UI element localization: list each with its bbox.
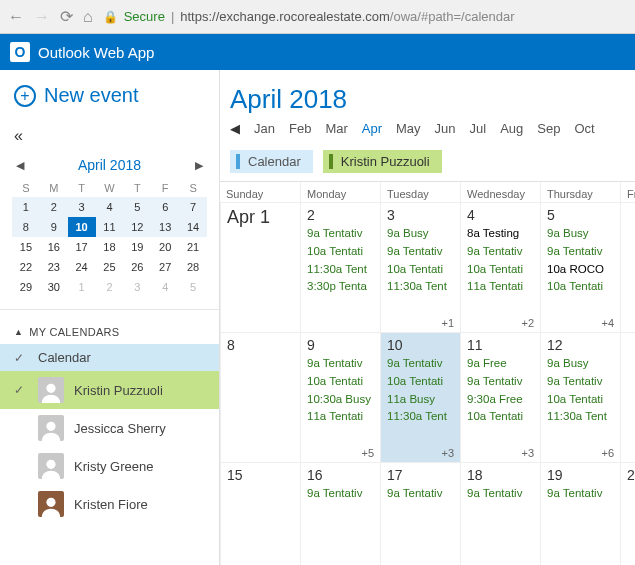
mini-day[interactable]: 19 [123,237,151,257]
event[interactable]: 10a Tentati [307,243,374,261]
mini-day[interactable]: 14 [179,217,207,237]
calendar-cell[interactable]: 2 [620,462,635,565]
mini-day[interactable]: 5 [123,197,151,217]
forward-icon[interactable]: → [34,8,50,26]
calendar-cell[interactable]: Apr 1 [220,202,300,332]
month-link[interactable]: Feb [289,121,311,136]
event[interactable]: 9:30a Free [467,391,534,409]
event[interactable]: 8a Testing [467,225,534,243]
event[interactable]: 10a ROCO [547,261,614,279]
event[interactable]: 11:30a Tent [387,408,454,426]
event[interactable]: 9a Busy [547,225,614,243]
month-link[interactable]: Oct [574,121,594,136]
mini-day[interactable]: 5 [179,277,207,297]
event[interactable]: 9a Tentativ [467,243,534,261]
legend-chip[interactable]: Calendar [230,150,313,173]
back-icon[interactable]: ← [8,8,24,26]
mini-day[interactable]: 16 [40,237,68,257]
event[interactable]: 10a Tentati [547,391,614,409]
mini-next-icon[interactable]: ▶ [195,159,203,172]
mini-day[interactable]: 10 [68,217,96,237]
mini-day[interactable]: 2 [96,277,124,297]
month-link[interactable]: Sep [537,121,560,136]
calendar-item[interactable]: Kristen Fiore [0,485,219,523]
event[interactable]: 10a Tentati [547,278,614,296]
mini-day[interactable]: 20 [151,237,179,257]
event[interactable]: 9a Tentativ [547,243,614,261]
event[interactable]: 9a Tentativ [547,485,614,503]
event[interactable]: 9a Tentativ [307,485,374,503]
mini-day[interactable]: 3 [123,277,151,297]
event[interactable]: 9a Tentativ [307,225,374,243]
event[interactable]: 9a Tentativ [467,373,534,391]
mini-day[interactable]: 6 [151,197,179,217]
event[interactable]: 3:30p Tenta [307,278,374,296]
event[interactable]: 11a Tentati [467,278,534,296]
mini-day[interactable]: 27 [151,257,179,277]
mini-prev-icon[interactable]: ◀ [16,159,24,172]
event[interactable]: 9a Tentativ [387,243,454,261]
mini-day[interactable]: 1 [68,277,96,297]
mini-day[interactable]: 26 [123,257,151,277]
event[interactable]: 10a Tentati [387,261,454,279]
address-bar[interactable]: 🔒 Secure | https://exchange.rocorealesta… [103,9,627,24]
mini-day[interactable]: 4 [96,197,124,217]
calendar-cell[interactable]: 48a Testing9a Tentativ10a Tentati11a Ten… [460,202,540,332]
calendar-cell[interactable]: 119a Free9a Tentativ9:30a Free10a Tentat… [460,332,540,462]
calendar-item[interactable]: Kristy Greene [0,447,219,485]
event[interactable]: 10a Tentati [307,373,374,391]
month-link[interactable]: Jan [254,121,275,136]
calendar-cell[interactable]: 129a Busy9a Tentativ10a Tentati11:30a Te… [540,332,620,462]
more-events[interactable]: +6 [601,447,614,459]
calendar-cell[interactable]: 109a Tentativ10a Tentati11a Busy11:30a T… [380,332,460,462]
month-link[interactable]: May [396,121,421,136]
more-events[interactable]: +2 [521,317,534,329]
mini-day[interactable]: 28 [179,257,207,277]
mini-day[interactable]: 18 [96,237,124,257]
mini-day[interactable]: 8 [12,217,40,237]
event[interactable]: 10:30a Busy [307,391,374,409]
event[interactable]: 9a Tentativ [387,485,454,503]
event[interactable]: 11a Busy [387,391,454,409]
home-icon[interactable]: ⌂ [83,8,93,26]
mini-day[interactable]: 13 [151,217,179,237]
mini-day[interactable]: 17 [68,237,96,257]
mini-day[interactable]: 25 [96,257,124,277]
event[interactable]: 9a Tentativ [467,485,534,503]
event[interactable]: 11:30a Tent [307,261,374,279]
legend-chip[interactable]: Kristin Puzzuoli [323,150,442,173]
collapse-sidebar-icon[interactable]: « [0,121,219,145]
calendar-cell[interactable]: 169a Tentativ [300,462,380,565]
month-link[interactable]: Apr [362,121,382,136]
calendar-cell[interactable]: 29a Tentativ10a Tentati11:30a Tent3:30p … [300,202,380,332]
calendar-cell[interactable]: 39a Busy9a Tentativ10a Tentati11:30a Ten… [380,202,460,332]
event[interactable]: 9a Busy [547,355,614,373]
month-link[interactable]: Jul [470,121,487,136]
more-events[interactable]: +1 [441,317,454,329]
calendar-cell[interactable]: 199a Tentativ [540,462,620,565]
calendar-cell[interactable] [620,332,635,462]
calendar-cell[interactable]: 189a Tentativ [460,462,540,565]
event[interactable]: 9a Tentativ [387,355,454,373]
mini-day[interactable]: 7 [179,197,207,217]
mini-day[interactable]: 3 [68,197,96,217]
mini-day[interactable]: 29 [12,277,40,297]
event[interactable]: 9a Tentativ [547,373,614,391]
reload-icon[interactable]: ⟳ [60,7,73,26]
event[interactable]: 11a Tentati [307,408,374,426]
event[interactable]: 9a Free [467,355,534,373]
month-link[interactable]: Aug [500,121,523,136]
event[interactable]: 10a Tentati [387,373,454,391]
event[interactable]: 9a Tentativ [307,355,374,373]
month-link[interactable]: Jun [435,121,456,136]
month-prev-icon[interactable]: ◀ [230,121,240,136]
mini-day[interactable]: 1 [12,197,40,217]
event[interactable]: 11:30a Tent [387,278,454,296]
calendar-cell[interactable]: 99a Tentativ10a Tentati10:30a Busy11a Te… [300,332,380,462]
event[interactable]: 11:30a Tent [547,408,614,426]
mini-day[interactable]: 9 [40,217,68,237]
calendar-item[interactable]: Jessicca Sherry [0,409,219,447]
mini-day[interactable]: 4 [151,277,179,297]
more-events[interactable]: +3 [441,447,454,459]
new-event-button[interactable]: + New event [0,70,219,121]
